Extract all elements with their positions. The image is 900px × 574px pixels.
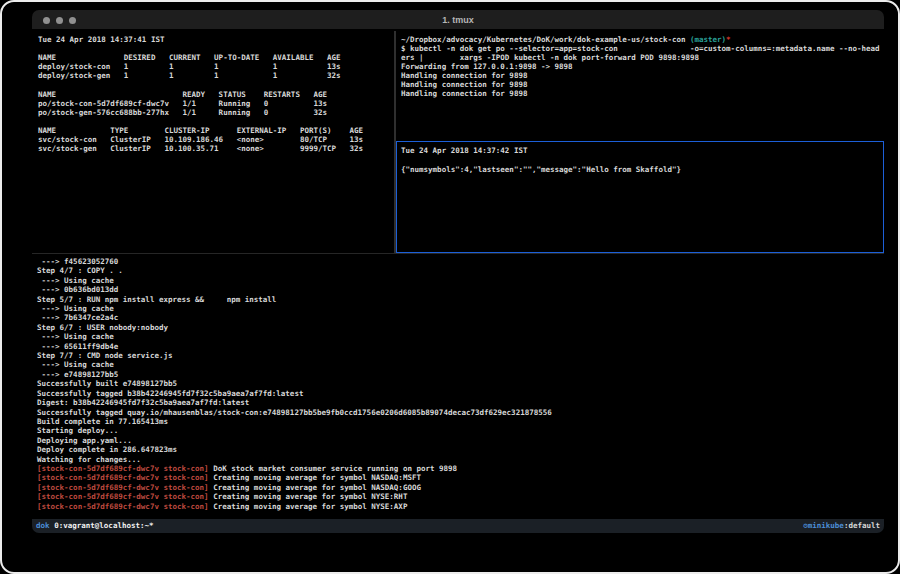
context-name: minikube — [808, 519, 844, 533]
window-label[interactable]: 0:vagrant@localhost:~* — [50, 519, 154, 533]
pod-log-line: [stock-con-5d7df689cf-dwc7v stock-con]Do… — [37, 464, 884, 473]
port-forward-output: $ kubectl -n dok get po --selector=app=s… — [401, 44, 884, 98]
deployments-table: NAME DESIRED CURRENT UP-TO-DATE AVAILABL… — [38, 53, 394, 80]
log-prefix: [stock-con-5d7df689cf-dwc7v stock-con] — [37, 492, 209, 501]
pod-log-line: [stock-con-5d7df689cf-dwc7v stock-con]Cr… — [37, 473, 884, 482]
git-dirty-flag: * — [726, 35, 731, 44]
tmux-status-bar: dok0:vagrant@localhost:~*⚙minikube:defau… — [32, 519, 884, 533]
log-prefix: [stock-con-5d7df689cf-dwc7v stock-con] — [37, 473, 209, 482]
services-table: NAME TYPE CLUSTER-IP EXTERNAL-IP PORT(S)… — [38, 126, 394, 153]
git-branch: (master) — [690, 35, 726, 44]
log-message: Creating moving average for symbol NYSE:… — [209, 502, 408, 511]
watch-timestamp: Tue 24 Apr 2018 14:37:41 IST — [38, 35, 394, 44]
context-namespace: :default — [844, 519, 880, 533]
window-title: 1. tmux — [32, 10, 884, 30]
prompt-line: ~/Dropbox/advocacy/Kubernetes/DoK/work/d… — [401, 35, 884, 44]
log-prefix: [stock-con-5d7df689cf-dwc7v stock-con] — [37, 502, 209, 511]
window-titlebar[interactable]: 1. tmux — [32, 10, 884, 30]
probe-json-output: {"numsymbols":4,"lastseen":"","message":… — [401, 165, 883, 174]
top-pane-row: Tue 24 Apr 2018 14:37:41 IST NAME DESIRE… — [32, 31, 884, 253]
pod-log-line: [stock-con-5d7df689cf-dwc7v stock-con]Cr… — [37, 502, 884, 511]
log-prefix: [stock-con-5d7df689cf-dwc7v stock-con] — [37, 464, 209, 473]
log-message: Creating moving average for symbol NYSE:… — [209, 492, 408, 501]
blank-line — [401, 155, 883, 164]
pane-build-log[interactable]: ---> f45623052760 Step 4/7 : COPY . . --… — [32, 253, 884, 520]
pod-log-line: [stock-con-5d7df689cf-dwc7v stock-con]Cr… — [37, 483, 884, 492]
tmux-content: Tue 24 Apr 2018 14:37:41 IST NAME DESIRE… — [32, 31, 884, 519]
pane-skaffold-probe[interactable]: Tue 24 Apr 2018 14:37:42 IST {"numsymbol… — [396, 141, 884, 253]
cwd-path: ~/Dropbox/advocacy/Kubernetes/DoK/work/d… — [401, 35, 690, 44]
build-output: ---> f45623052760 Step 4/7 : COPY . . --… — [37, 257, 884, 464]
terminal-window: 1. tmux Tue 24 Apr 2018 14:37:41 IST NAM… — [32, 10, 884, 533]
session-name: dok — [36, 519, 50, 533]
log-prefix: [stock-con-5d7df689cf-dwc7v stock-con] — [37, 483, 209, 492]
pod-log-line: [stock-con-5d7df689cf-dwc7v stock-con]Cr… — [37, 492, 884, 501]
pane-port-forward[interactable]: ~/Dropbox/advocacy/Kubernetes/DoK/work/d… — [396, 31, 884, 141]
pane-kubectl-watch[interactable]: Tue 24 Apr 2018 14:37:41 IST NAME DESIRE… — [32, 31, 394, 253]
screenshot-frame: 1. tmux Tue 24 Apr 2018 14:37:41 IST NAM… — [0, 0, 900, 574]
log-message: DoK stock market consumer service runnin… — [209, 464, 457, 473]
log-message: Creating moving average for symbol NASDA… — [209, 473, 421, 482]
pods-table: NAME READY STATUS RESTARTS AGE po/stock-… — [38, 90, 394, 117]
probe-timestamp: Tue 24 Apr 2018 14:37:42 IST — [401, 146, 883, 155]
right-pane-column: ~/Dropbox/advocacy/Kubernetes/DoK/work/d… — [396, 31, 884, 253]
log-message: Creating moving average for symbol NASDA… — [209, 483, 421, 492]
